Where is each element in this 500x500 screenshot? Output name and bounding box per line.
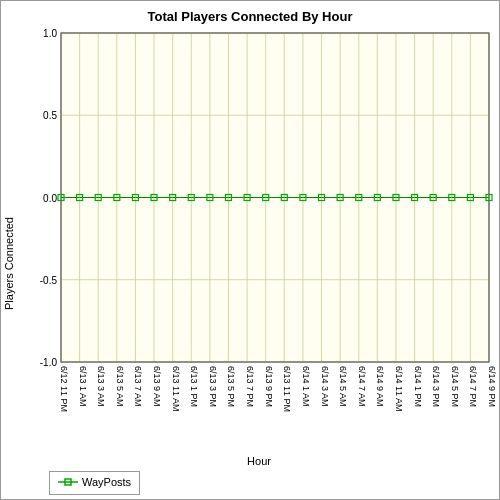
svg-text:6/13 1 PM: 6/13 1 PM — [189, 366, 199, 407]
svg-text:6/13 3 PM: 6/13 3 PM — [208, 366, 218, 407]
svg-text:1.0: 1.0 — [43, 28, 57, 39]
svg-text:6/14 9 PM: 6/14 9 PM — [487, 366, 497, 407]
svg-text:6/14 5 PM: 6/14 5 PM — [450, 366, 460, 407]
svg-text:6/13 11 PM: 6/13 11 PM — [282, 366, 292, 412]
svg-text:0.0: 0.0 — [43, 193, 57, 204]
svg-text:6/13 1 AM: 6/13 1 AM — [78, 366, 88, 407]
svg-text:6/13 9 PM: 6/13 9 PM — [264, 366, 274, 407]
x-axis-label: Hour — [19, 453, 499, 471]
svg-text:6/13 3 AM: 6/13 3 AM — [96, 366, 106, 407]
svg-text:6/14 9 AM: 6/14 9 AM — [375, 366, 385, 407]
svg-text:6/14 5 AM: 6/14 5 AM — [338, 366, 348, 407]
svg-text:6/14 7 AM: 6/14 7 AM — [357, 366, 367, 407]
plot-area: -1.0-0.50.00.51.06/12 11 PM6/13 1 AM6/13… — [19, 26, 499, 453]
svg-text:6/12 11 PM: 6/12 11 PM — [59, 366, 69, 412]
chart-container: Total Players Connected By Hour Players … — [0, 0, 500, 500]
chart-area-wrapper: Players Connected -1.0-0.50.00.51.06/12 … — [1, 26, 499, 500]
svg-text:6/14 1 PM: 6/14 1 PM — [413, 366, 423, 407]
chart-right: -1.0-0.50.00.51.06/12 11 PM6/13 1 AM6/13… — [19, 26, 499, 500]
svg-text:6/14 11 AM: 6/14 11 AM — [394, 366, 404, 412]
svg-text:6/14 3 PM: 6/14 3 PM — [431, 366, 441, 407]
svg-text:-1.0: -1.0 — [40, 357, 58, 368]
svg-text:6/13 5 AM: 6/13 5 AM — [115, 366, 125, 407]
svg-text:6/13 7 AM: 6/13 7 AM — [133, 366, 143, 407]
svg-text:0.5: 0.5 — [43, 110, 57, 121]
svg-text:6/14 7 PM: 6/14 7 PM — [468, 366, 478, 407]
legend: WayPosts — [49, 471, 140, 495]
svg-text:6/13 7 PM: 6/13 7 PM — [245, 366, 255, 407]
svg-text:6/14 1 AM: 6/14 1 AM — [301, 366, 311, 407]
y-axis-label: Players Connected — [1, 26, 19, 500]
svg-text:6/13 5 PM: 6/13 5 PM — [226, 366, 236, 407]
legend-label: WayPosts — [82, 476, 131, 488]
legend-icon — [58, 476, 78, 488]
chart-title: Total Players Connected By Hour — [148, 9, 353, 24]
svg-text:-0.5: -0.5 — [40, 275, 58, 286]
svg-text:6/13 11 AM: 6/13 11 AM — [171, 366, 181, 412]
svg-text:6/14 3 AM: 6/14 3 AM — [320, 366, 330, 407]
svg-text:6/13 9 AM: 6/13 9 AM — [152, 366, 162, 407]
plot-area-container: -1.0-0.50.00.51.06/12 11 PM6/13 1 AM6/13… — [19, 26, 499, 453]
